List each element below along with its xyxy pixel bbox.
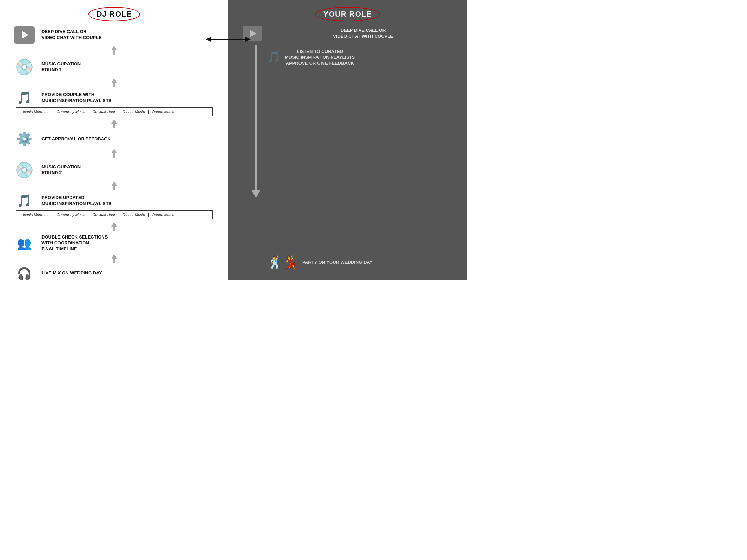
right-arrow-section: 🎵 LISTEN TO CURATEDMUSIC INSPIRATION PLA… xyxy=(239,45,456,273)
gear-icon: ⚙️ xyxy=(16,131,33,147)
your-role-title-oval: YOUR ROLE xyxy=(315,7,380,21)
svg-rect-9 xyxy=(113,186,115,190)
record-icon-1: 💿 xyxy=(15,58,34,76)
arrow-7 xyxy=(110,254,118,264)
live-mix-text: LIVE MIX ON WEDDING DAY xyxy=(38,270,218,276)
arrow-3 xyxy=(110,119,118,129)
record-icon-col-2: 💿 xyxy=(10,161,38,179)
playlists-2-label: PROVIDE UPDATEDMUSIC INSPIRATION PLAYLIS… xyxy=(42,195,218,207)
note-icon-2: 🎵 xyxy=(17,194,32,208)
listen-label: LISTEN TO CURATEDMUSIC INSPIRATION PLAYL… xyxy=(285,49,355,66)
party-icon: 🕺💃 xyxy=(267,255,298,270)
note-icon-1: 🎵 xyxy=(17,91,32,105)
tag-ceremony-2: Ceremony Music xyxy=(53,213,89,217)
people-icon: 👥 xyxy=(17,236,31,250)
dj-step-playlists-1: 🎵 PROVIDE COUPLE WITHMUSIC INSPIRATION P… xyxy=(10,91,218,105)
dj-step-live-mix: 🎧 LIVE MIX ON WEDDING DAY xyxy=(10,267,218,280)
dj-step-approval: ⚙️ GET APPROVAL or FEEDBACK xyxy=(10,131,218,147)
playlist-bar-2: Iconic Moments Ceremony Music Cocktail H… xyxy=(16,210,213,219)
party-label: PARTY ON YOUR WEDDING DAY xyxy=(302,260,372,265)
dj-flow: DEEP DIVE CALL orVIDEO CHAT with COUPLE … xyxy=(10,26,218,280)
arrow-4 xyxy=(110,149,118,159)
dj-role-title-oval: DJ ROLE xyxy=(88,7,140,21)
curation-2-label: MUSIC CURATIONROUND 2 xyxy=(42,164,218,176)
arrow-5 xyxy=(110,181,118,192)
playlists-1-text: PROVIDE COUPLE WITHMUSIC INSPIRATION PLA… xyxy=(38,92,218,104)
svg-marker-10 xyxy=(111,222,117,227)
bidir-arrow-svg xyxy=(206,35,251,44)
tag-iconic-2: Iconic Moments xyxy=(19,213,53,217)
tag-dinner-1: Dinner Music xyxy=(119,110,149,114)
tag-iconic-1: Iconic Moments xyxy=(19,110,53,114)
dj-icon: 🎧 xyxy=(17,267,31,280)
svg-marker-16 xyxy=(245,37,251,42)
double-check-label: DOUBLE CHECK SELECTIONSWITH COORDINATION… xyxy=(42,234,218,252)
svg-rect-1 xyxy=(113,50,115,55)
tag-dinner-2: Dinner Music xyxy=(119,213,149,217)
svg-marker-14 xyxy=(206,37,211,42)
your-role-title: YOUR ROLE xyxy=(323,10,372,18)
arrow-1 xyxy=(110,46,118,56)
svg-marker-4 xyxy=(111,119,117,124)
svg-marker-12 xyxy=(111,254,117,259)
dj-role-title: DJ ROLE xyxy=(96,10,132,18)
deep-dive-label: DEEP DIVE CALL orVIDEO CHAT with COUPLE xyxy=(42,29,218,41)
your-role-flow: DEEP DIVE CALL orVIDEO CHAT with COUPLE … xyxy=(239,26,456,273)
svg-marker-0 xyxy=(111,46,117,50)
note-icon-col-2: 🎵 xyxy=(10,194,38,208)
right-side-content: 🎵 LISTEN TO CURATEDMUSIC INSPIRATION PLA… xyxy=(267,45,456,273)
record-icon-2: 💿 xyxy=(15,161,34,179)
long-arrow xyxy=(252,45,260,273)
dj-step-curation-1: 💿 MUSIC CURATIONROUND 1 xyxy=(10,58,218,76)
tag-ceremony-1: Ceremony Music xyxy=(53,110,89,114)
svg-marker-6 xyxy=(111,149,117,153)
left-panel: DJ ROLE DEEP DIVE CALL orVIDEO CHAT with… xyxy=(0,0,228,280)
bidir-arrow-container xyxy=(206,35,251,44)
long-arrow-line xyxy=(255,45,257,190)
long-arrow-head xyxy=(252,190,260,198)
svg-marker-8 xyxy=(111,181,117,186)
curation-1-text: MUSIC CURATIONROUND 1 xyxy=(38,61,218,73)
record-icon-col-1: 💿 xyxy=(10,58,38,76)
curation-2-text: MUSIC CURATIONROUND 2 xyxy=(38,164,218,176)
approval-text: GET APPROVAL or FEEDBACK xyxy=(38,136,218,142)
live-mix-label: LIVE MIX ON WEDDING DAY xyxy=(42,270,218,276)
svg-marker-2 xyxy=(111,78,117,83)
svg-rect-13 xyxy=(113,259,115,263)
arrow-2 xyxy=(110,78,118,88)
note-icon-col-1: 🎵 xyxy=(10,91,38,105)
approval-label: GET APPROVAL or FEEDBACK xyxy=(42,136,218,142)
your-step-listen: 🎵 LISTEN TO CURATEDMUSIC INSPIRATION PLA… xyxy=(267,49,456,66)
people-icon-col: 👥 xyxy=(10,236,38,250)
video-icon-col xyxy=(10,26,38,44)
note-light-icon: 🎵 xyxy=(267,50,281,63)
your-deep-dive-label: DEEP DIVE CALL orVIDEO CHAT with COUPLE xyxy=(270,28,456,39)
your-step-deep-dive: DEEP DIVE CALL orVIDEO CHAT with COUPLE xyxy=(239,26,456,41)
svg-rect-3 xyxy=(113,83,115,87)
svg-rect-5 xyxy=(113,123,115,128)
playlist-bar-1: Iconic Moments Ceremony Music Cocktail H… xyxy=(16,107,213,116)
tag-cocktail-1: Cocktail Hour xyxy=(89,110,119,114)
tag-dance-1: Dance Music xyxy=(149,110,178,114)
svg-rect-7 xyxy=(113,153,115,158)
gear-icon-col: ⚙️ xyxy=(10,131,38,147)
tag-dance-2: Dance Music xyxy=(149,213,178,217)
svg-rect-11 xyxy=(113,226,115,231)
deep-dive-text: DEEP DIVE CALL orVIDEO CHAT with COUPLE xyxy=(38,29,218,41)
right-panel: YOUR ROLE DEEP DIVE CALL orVIDEO CHAT wi… xyxy=(228,0,467,280)
svg-rect-15 xyxy=(211,39,245,40)
tag-cocktail-2: Cocktail Hour xyxy=(89,213,119,217)
curation-1-label: MUSIC CURATIONROUND 1 xyxy=(42,61,218,73)
arrow-6 xyxy=(110,222,118,232)
double-check-text: DOUBLE CHECK SELECTIONSWITH COORDINATION… xyxy=(38,234,218,252)
your-step-party: 🕺💃 PARTY ON YOUR WEDDING DAY xyxy=(267,255,456,270)
your-deep-dive-text: DEEP DIVE CALL orVIDEO CHAT with COUPLE xyxy=(266,28,456,39)
playlists-1-label: PROVIDE COUPLE WITHMUSIC INSPIRATION PLA… xyxy=(42,92,218,104)
playlists-2-text: PROVIDE UPDATEDMUSIC INSPIRATION PLAYLIS… xyxy=(38,195,218,207)
dj-step-curation-2: 💿 MUSIC CURATIONROUND 2 xyxy=(10,161,218,179)
dj-step-double-check: 👥 DOUBLE CHECK SELECTIONSWITH COORDINATI… xyxy=(10,234,218,252)
dj-icon-col: 🎧 xyxy=(10,267,38,280)
dj-step-playlists-2: 🎵 PROVIDE UPDATEDMUSIC INSPIRATION PLAYL… xyxy=(10,194,218,208)
dj-step-deep-dive: DEEP DIVE CALL orVIDEO CHAT with COUPLE xyxy=(10,26,218,44)
video-icon xyxy=(14,26,35,44)
